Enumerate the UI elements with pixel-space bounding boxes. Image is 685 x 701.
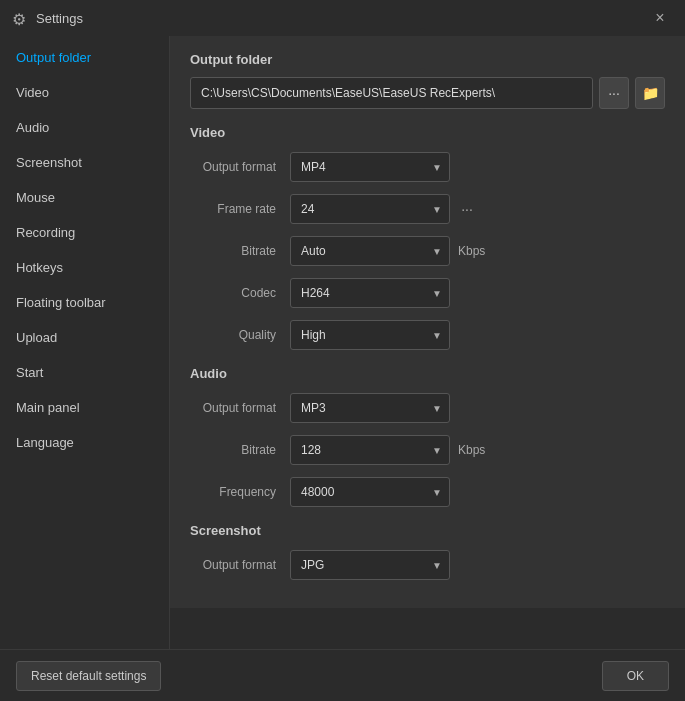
sidebar-item-floating-toolbar[interactable]: Floating toolbar: [0, 285, 169, 320]
frame-rate-select[interactable]: 1520243060: [290, 194, 450, 224]
audio-section: Audio Output format MP3AACWAVFLAC ▼ Bitr…: [190, 366, 665, 507]
settings-icon: ⚙: [12, 10, 28, 26]
screenshot-output-format-row: Output format JPGPNGBMP ▼: [190, 550, 665, 580]
video-bitrate-select[interactable]: Auto1000200040008000: [290, 236, 450, 266]
sidebar: Output folder Video Audio Screenshot Mou…: [0, 36, 170, 649]
sidebar-item-start[interactable]: Start: [0, 355, 169, 390]
audio-output-format-label: Output format: [190, 401, 290, 415]
video-section-title: Video: [190, 125, 665, 140]
output-folder-heading: Output folder: [190, 52, 665, 67]
screenshot-output-format-select-wrap: JPGPNGBMP ▼: [290, 550, 450, 580]
sidebar-item-upload[interactable]: Upload: [0, 320, 169, 355]
browse-folder-button[interactable]: 📁: [635, 77, 665, 109]
audio-output-format-select-wrap: MP3AACWAVFLAC ▼: [290, 393, 450, 423]
sidebar-item-language[interactable]: Language: [0, 425, 169, 460]
video-bitrate-row: Bitrate Auto1000200040008000 ▼ Kbps: [190, 236, 665, 266]
audio-output-format-select[interactable]: MP3AACWAVFLAC: [290, 393, 450, 423]
audio-bitrate-unit: Kbps: [458, 443, 485, 457]
video-bitrate-label: Bitrate: [190, 244, 290, 258]
title-bar: ⚙ Settings ×: [0, 0, 685, 36]
frequency-label: Frequency: [190, 485, 290, 499]
codec-row: Codec H264H265VP9 ▼: [190, 278, 665, 308]
codec-select-wrap: H264H265VP9 ▼: [290, 278, 450, 308]
frame-rate-row: Frame rate 1520243060 ▼ ···: [190, 194, 665, 224]
folder-row: ··· 📁: [190, 77, 665, 109]
video-output-format-select-wrap: MP4AVIMOVMKVGIF ▼: [290, 152, 450, 182]
folder-path-input[interactable]: [190, 77, 593, 109]
audio-bitrate-label: Bitrate: [190, 443, 290, 457]
quality-label: Quality: [190, 328, 290, 342]
sidebar-item-audio[interactable]: Audio: [0, 110, 169, 145]
audio-bitrate-select-wrap: 64128192320 ▼: [290, 435, 450, 465]
more-options-button[interactable]: ···: [599, 77, 629, 109]
bottom-bar: Reset default settings OK: [0, 649, 685, 701]
screenshot-section: Screenshot Output format JPGPNGBMP ▼: [190, 523, 665, 580]
audio-output-format-row: Output format MP3AACWAVFLAC ▼: [190, 393, 665, 423]
frequency-select-wrap: 220504410048000 ▼: [290, 477, 450, 507]
main-container: Output folder Video Audio Screenshot Mou…: [0, 36, 685, 649]
screenshot-section-title: Screenshot: [190, 523, 665, 538]
reset-button[interactable]: Reset default settings: [16, 661, 161, 691]
content-area: Output folder ··· 📁 Video Output format …: [170, 36, 685, 608]
window-title: Settings: [36, 11, 647, 26]
codec-select[interactable]: H264H265VP9: [290, 278, 450, 308]
frequency-row: Frequency 220504410048000 ▼: [190, 477, 665, 507]
codec-label: Codec: [190, 286, 290, 300]
audio-section-title: Audio: [190, 366, 665, 381]
quality-row: Quality LowMediumHighLossless ▼: [190, 320, 665, 350]
content-wrapper: Output folder ··· 📁 Video Output format …: [170, 36, 685, 649]
video-output-format-select[interactable]: MP4AVIMOVMKVGIF: [290, 152, 450, 182]
close-button[interactable]: ×: [647, 5, 673, 31]
video-bitrate-select-wrap: Auto1000200040008000 ▼: [290, 236, 450, 266]
sidebar-item-recording[interactable]: Recording: [0, 215, 169, 250]
video-output-format-row: Output format MP4AVIMOVMKVGIF ▼: [190, 152, 665, 182]
sidebar-item-video[interactable]: Video: [0, 75, 169, 110]
frame-rate-extra-button[interactable]: ···: [454, 196, 480, 222]
video-bitrate-unit: Kbps: [458, 244, 485, 258]
audio-bitrate-row: Bitrate 64128192320 ▼ Kbps: [190, 435, 665, 465]
sidebar-item-output-folder[interactable]: Output folder: [0, 40, 169, 75]
audio-bitrate-select[interactable]: 64128192320: [290, 435, 450, 465]
sidebar-item-main-panel[interactable]: Main panel: [0, 390, 169, 425]
sidebar-item-screenshot[interactable]: Screenshot: [0, 145, 169, 180]
screenshot-output-format-select[interactable]: JPGPNGBMP: [290, 550, 450, 580]
sidebar-item-hotkeys[interactable]: Hotkeys: [0, 250, 169, 285]
quality-select-wrap: LowMediumHighLossless ▼: [290, 320, 450, 350]
ok-button[interactable]: OK: [602, 661, 669, 691]
frequency-select[interactable]: 220504410048000: [290, 477, 450, 507]
frame-rate-select-wrap: 1520243060 ▼: [290, 194, 450, 224]
video-output-format-label: Output format: [190, 160, 290, 174]
sidebar-item-mouse[interactable]: Mouse: [0, 180, 169, 215]
quality-select[interactable]: LowMediumHighLossless: [290, 320, 450, 350]
frame-rate-label: Frame rate: [190, 202, 290, 216]
screenshot-output-format-label: Output format: [190, 558, 290, 572]
